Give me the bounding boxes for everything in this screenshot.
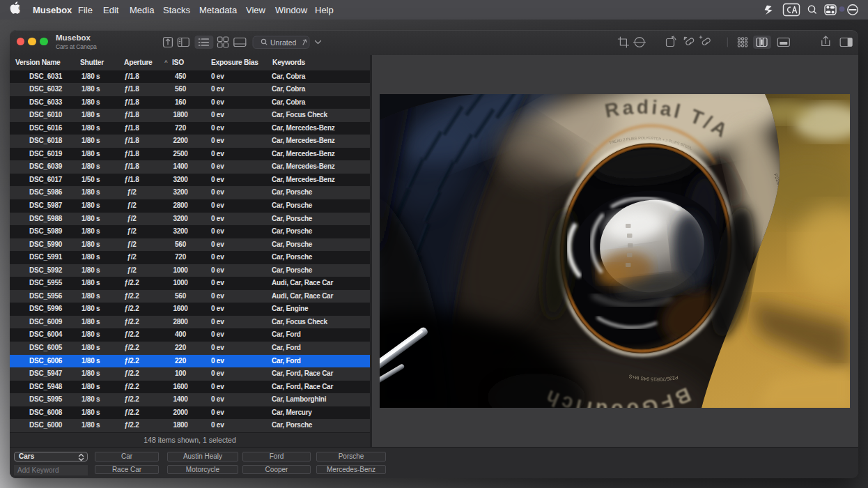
svg-text:Unrated: Unrated	[270, 38, 297, 47]
